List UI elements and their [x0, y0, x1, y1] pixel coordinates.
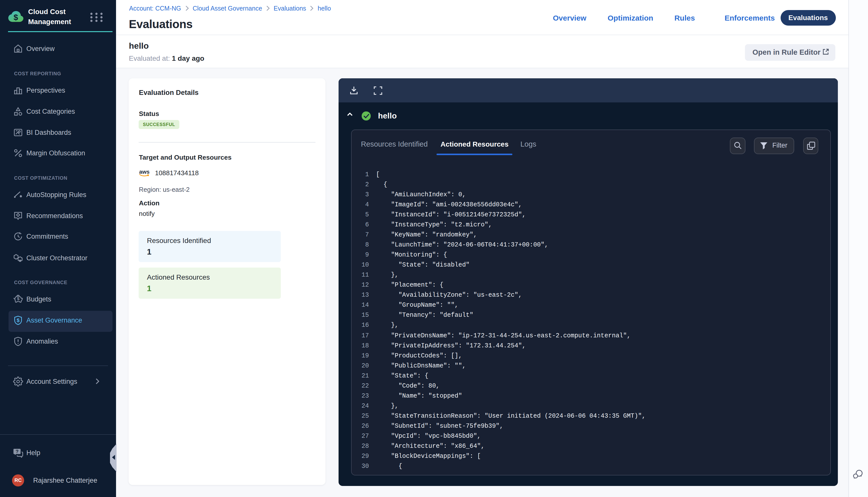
svg-text:$: $ [17, 296, 19, 301]
svg-text:$: $ [14, 13, 18, 22]
svg-text:$: $ [17, 317, 19, 323]
svg-text:aws: aws [139, 169, 150, 175]
svg-text:?: ? [16, 449, 18, 454]
